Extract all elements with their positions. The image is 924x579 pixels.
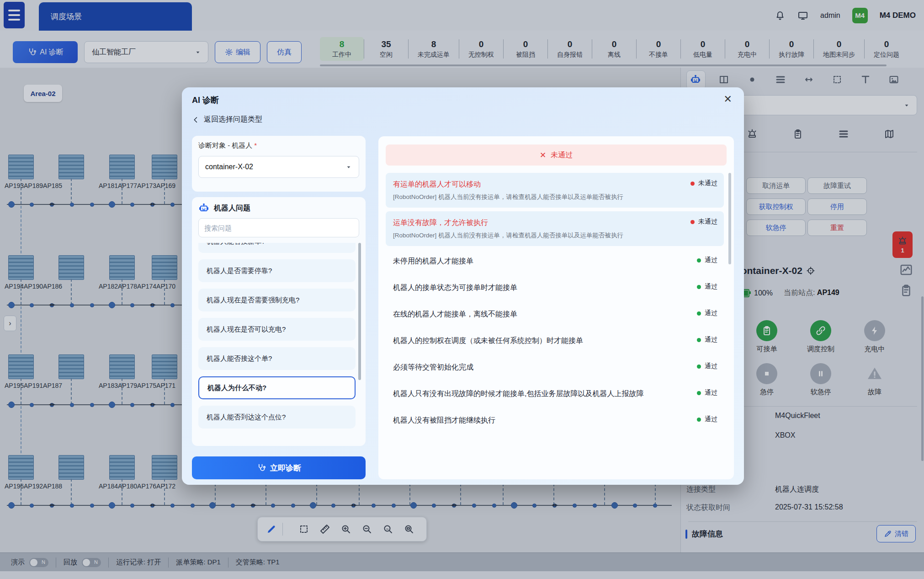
diagnose-now-button[interactable]: 立即诊断 (192, 456, 366, 479)
stat-无控制权[interactable]: 0无控制权 (459, 37, 503, 61)
factory-select[interactable]: 仙工智能工厂 (84, 41, 208, 63)
path-node[interactable] (109, 201, 115, 208)
back-link[interactable]: 返回选择问题类型 (192, 115, 262, 124)
pallet-rack[interactable] (109, 255, 135, 280)
menu-icon[interactable] (4, 2, 25, 28)
chart-icon[interactable] (899, 263, 913, 277)
close-icon[interactable]: ✕ (724, 94, 732, 105)
path-node[interactable] (30, 403, 34, 407)
zin-tool-icon[interactable] (340, 524, 351, 535)
sidebar-tab-rows[interactable] (831, 124, 856, 144)
stat-被阻挡[interactable]: 0被阻挡 (504, 37, 547, 61)
path-node[interactable] (90, 403, 94, 407)
path-node[interactable] (109, 402, 115, 408)
path-node[interactable] (90, 303, 94, 307)
path-node[interactable] (70, 403, 74, 407)
path-node[interactable] (191, 504, 195, 508)
path-node[interactable] (90, 504, 94, 508)
pallet-rack[interactable] (8, 354, 34, 379)
robot-button-获取控制权[interactable]: 获取控制权 (746, 198, 806, 215)
pallet-rack[interactable] (58, 354, 84, 379)
monitor-icon[interactable] (797, 10, 808, 21)
path-node[interactable] (90, 203, 94, 207)
question-list-scrollbar[interactable] (358, 243, 361, 380)
path-node[interactable] (573, 504, 577, 508)
path-node[interactable] (511, 502, 517, 509)
map-tool-patharrow-icon[interactable] (803, 74, 814, 85)
bell-icon[interactable] (775, 10, 786, 21)
path-node[interactable] (8, 302, 15, 308)
ruler-tool-icon[interactable] (319, 524, 330, 535)
map-tool-textT-icon[interactable] (860, 74, 871, 85)
pallet-rack[interactable] (58, 155, 84, 179)
stat-执行故障[interactable]: 0执行故障 (770, 37, 813, 61)
pallet-rack[interactable] (8, 455, 34, 480)
pallet-rack[interactable] (109, 354, 135, 379)
stat-低电量[interactable]: 0低电量 (681, 37, 725, 61)
path-node[interactable] (271, 504, 275, 508)
stats-scrollbar[interactable] (320, 64, 887, 66)
question-item[interactable]: 机器人现在是否可以充电? (198, 318, 356, 341)
pallet-rack[interactable] (109, 155, 135, 179)
question-item[interactable]: 机器人为什么不动? (198, 376, 356, 399)
path-node[interactable] (410, 502, 417, 509)
path-node[interactable] (109, 502, 115, 509)
robot-button-重置[interactable]: 重置 (807, 220, 867, 236)
expand-panel-button[interactable]: › (4, 316, 16, 331)
path-node[interactable] (109, 302, 115, 308)
zout-tool-icon[interactable] (361, 524, 372, 535)
user-name[interactable]: admin (820, 11, 840, 20)
demo-toggle[interactable]: N (29, 558, 48, 567)
path-node[interactable] (8, 201, 15, 208)
sidebar-scrollbar[interactable] (921, 296, 924, 461)
replay-toggle[interactable]: N (82, 558, 101, 567)
path-node[interactable] (310, 502, 316, 509)
pallet-rack[interactable] (152, 354, 177, 379)
path-node[interactable] (653, 504, 657, 508)
stat-定位问题[interactable]: 0定位问题 (865, 37, 908, 61)
pallet-rack[interactable] (8, 155, 34, 179)
question-item[interactable]: 机器人能否接这个单? (198, 347, 356, 370)
map-tool-wall-icon[interactable] (718, 74, 729, 85)
question-item[interactable]: 机器人能否到达这个点位? (198, 406, 356, 429)
path-node[interactable] (30, 203, 34, 207)
map-tool-select-icon[interactable] (832, 74, 843, 85)
pallet-rack[interactable] (152, 155, 177, 179)
path-node[interactable] (8, 502, 15, 509)
path-node[interactable] (130, 504, 134, 508)
stat-工作中[interactable]: 8工作中 (320, 37, 364, 61)
path-node[interactable] (472, 504, 476, 508)
path-node[interactable] (130, 203, 134, 207)
locate-icon[interactable] (806, 266, 815, 275)
question-item[interactable]: 机器人是否需要停靠? (198, 259, 356, 282)
path-node[interactable] (432, 504, 436, 508)
robot-button-软急停[interactable]: 软急停 (746, 220, 806, 236)
robot-button-故障重试[interactable]: 故障重试 (807, 177, 867, 194)
edit-tool-icon[interactable] (266, 524, 277, 535)
robot-select-modal[interactable]: container-X-02 (198, 156, 359, 178)
tab-dispatch-scene[interactable]: 调度场景 (39, 2, 192, 31)
stat-空闲[interactable]: 35空闲 (364, 37, 408, 61)
sidebar-tab-clipboard[interactable] (785, 124, 811, 144)
sidebar-tab-map[interactable] (876, 124, 902, 144)
pallet-rack[interactable] (58, 455, 84, 480)
run-record[interactable]: 运行记录: 打开 (116, 558, 161, 567)
ai-diagnose-button[interactable]: AI 诊断 (13, 41, 78, 63)
result-list-scrollbar[interactable] (728, 173, 731, 264)
path-node[interactable] (170, 203, 175, 207)
path-node[interactable] (130, 403, 134, 407)
zimg-tool-icon[interactable] (382, 524, 393, 535)
alarm-badge[interactable]: 1 (892, 231, 913, 258)
path-node[interactable] (392, 504, 396, 508)
path-node[interactable] (492, 504, 496, 508)
pallet-rack[interactable] (152, 255, 177, 280)
path-node[interactable] (70, 504, 74, 508)
pallet-rack[interactable] (152, 455, 177, 480)
path-node[interactable] (291, 504, 295, 508)
path-node[interactable] (8, 402, 15, 408)
stat-充电中[interactable]: 0充电中 (725, 37, 769, 61)
stat-未完成运单[interactable]: 8未完成运单 (409, 37, 459, 61)
pallet-rack[interactable] (58, 255, 84, 280)
robot-button-取消运单[interactable]: 取消运单 (746, 177, 806, 194)
path-node[interactable] (331, 504, 335, 508)
